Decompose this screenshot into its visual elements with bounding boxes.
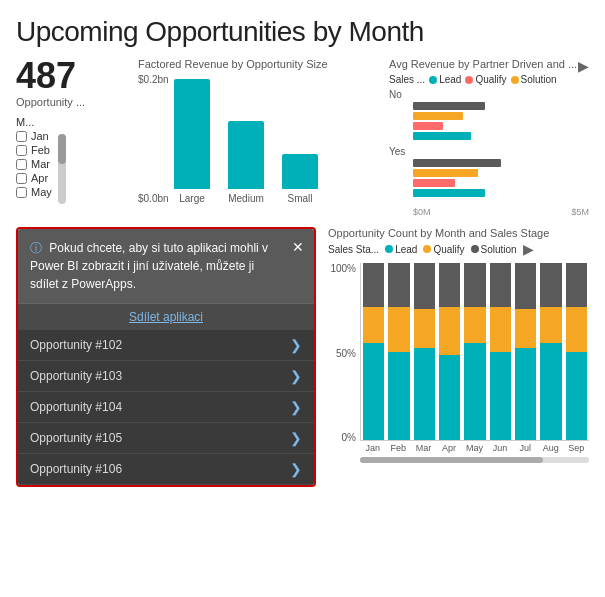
month-header-label: M... — [16, 116, 34, 128]
legend-qualify-dot — [465, 76, 473, 84]
month-scrollbar[interactable] — [58, 134, 66, 204]
month-jan-checkbox[interactable] — [16, 131, 27, 142]
avg-revenue-nav-arrow[interactable]: ▶ — [578, 58, 589, 74]
month-mar[interactable]: Mar — [16, 158, 52, 170]
stacked-scrollbar[interactable] — [360, 457, 589, 463]
stacked-legend-qualify: Qualify — [423, 244, 464, 255]
stacked-legend-sales-label: Sales Sta... — [328, 244, 379, 255]
popup-item-text-3: Opportunity #105 — [30, 431, 122, 445]
legend-solution: Solution — [511, 74, 557, 85]
y-50: 50% — [328, 348, 356, 359]
stacked-chart-card: Opportunity Count by Month and Sales Sta… — [328, 227, 589, 487]
stacked-bar-col-0 — [363, 263, 384, 440]
stacked-bar-seg-qualify-8 — [566, 307, 587, 351]
stacked-bar-seg-solution-5 — [490, 263, 511, 307]
popup-item-0[interactable]: Opportunity #102 ❯ — [18, 330, 314, 361]
stacked-bar-seg-solution-6 — [515, 263, 536, 309]
bar-small-bar — [282, 154, 318, 189]
page-title: Upcoming Opportunities by Month — [16, 16, 589, 48]
stacked-bar-seg-solution-8 — [566, 263, 587, 307]
month-may[interactable]: May — [16, 186, 52, 198]
stacked-bar-seg-qualify-2 — [414, 309, 435, 348]
stacked-x-label-6: Jul — [515, 443, 536, 453]
bar-chart-y-axis: $0.2bn $0.0bn — [138, 74, 169, 204]
stacked-x-labels: JanFebMarAprMayJunJulAugSep — [360, 441, 589, 453]
popup-card: ⓘ Pokud chcete, aby si tuto aplikaci moh… — [16, 227, 316, 487]
month-apr[interactable]: Apr — [16, 172, 52, 184]
stacked-bar-col-4 — [464, 263, 485, 440]
stacked-legend-lead-dot — [385, 245, 393, 253]
stacked-bar-seg-lead-8 — [566, 352, 587, 441]
stacked-chart-nav-arrow[interactable]: ▶ — [523, 241, 534, 257]
stacked-x-label-7: Aug — [540, 443, 561, 453]
month-may-checkbox[interactable] — [16, 187, 27, 198]
avg-revenue-title: Avg Revenue by Partner Driven and ... — [389, 58, 577, 70]
bar-small: Small — [282, 154, 318, 204]
month-checkboxes: Jan Feb Mar Apr — [16, 130, 52, 204]
popup-item-text-4: Opportunity #106 — [30, 462, 122, 476]
legend-lead-dot — [429, 76, 437, 84]
month-header: M... — [16, 116, 126, 128]
stacked-bar-seg-qualify-7 — [540, 307, 561, 342]
stacked-bar-seg-lead-1 — [388, 352, 409, 441]
popup-notice: ⓘ Pokud chcete, aby si tuto aplikaci moh… — [18, 229, 314, 303]
popup-close-icon[interactable]: ✕ — [292, 237, 304, 258]
hbar-no-orange — [413, 112, 463, 120]
legend-lead: Lead — [429, 74, 461, 85]
stacked-bar-seg-solution-4 — [464, 263, 485, 307]
hbar-group-no-label-row: No — [389, 89, 589, 100]
popup-item-text-0: Opportunity #102 — [30, 338, 122, 352]
hbar-no-bar3 — [389, 122, 589, 130]
hbar-no-bar2 — [389, 112, 589, 120]
stacked-chart-area: 100% 50% 0% JanFebMarAprMayJunJulAugSep — [328, 263, 589, 463]
bottom-row: ⓘ Pokud chcete, aby si tuto aplikaci moh… — [16, 227, 589, 487]
stacked-x-label-5: Jun — [489, 443, 510, 453]
hbar-yes-teal — [413, 189, 485, 197]
hbar-yes-bar1 — [389, 159, 589, 167]
month-apr-checkbox[interactable] — [16, 173, 27, 184]
hbar-chart: No — [389, 89, 589, 217]
stacked-bar-seg-lead-3 — [439, 355, 460, 440]
stacked-bar-seg-lead-0 — [363, 343, 384, 440]
hbar-yes-label-row: Yes — [389, 146, 589, 157]
popup-item-arrow-4: ❯ — [290, 461, 302, 477]
hbar-yes-red — [413, 179, 455, 187]
stacked-x-label-1: Feb — [387, 443, 408, 453]
stacked-bar-col-5 — [490, 263, 511, 440]
factored-revenue-bars: $0.2bn $0.0bn Large Medium Small — [138, 74, 377, 204]
popup-item-3[interactable]: Opportunity #105 ❯ — [18, 423, 314, 454]
popup-share-button[interactable]: Sdílet aplikaci — [18, 303, 314, 330]
stacked-bar-col-6 — [515, 263, 536, 440]
month-mar-checkbox[interactable] — [16, 159, 27, 170]
month-feb[interactable]: Feb — [16, 144, 52, 156]
stacked-bar-seg-solution-7 — [540, 263, 561, 307]
kpi-card: 487 Opportunity ... M... Jan Feb — [16, 58, 126, 204]
month-feb-label: Feb — [31, 144, 50, 156]
hbar-no-label: No — [389, 89, 411, 100]
bar-large-label: Large — [179, 193, 205, 204]
stacked-bar-seg-qualify-0 — [363, 307, 384, 342]
bar-large: Large — [174, 79, 210, 204]
legend-solution-label: Solution — [521, 74, 557, 85]
stacked-bar-seg-qualify-6 — [515, 309, 536, 348]
month-may-label: May — [31, 186, 52, 198]
month-feb-checkbox[interactable] — [16, 145, 27, 156]
month-jan[interactable]: Jan — [16, 130, 52, 142]
hbar-x-axis: $0M $5M — [389, 207, 589, 217]
bar-medium-bar — [228, 121, 264, 189]
popup-item-5[interactable]: Opportunity #107 ❯ — [18, 485, 314, 487]
popup-item-2[interactable]: Opportunity #104 ❯ — [18, 392, 314, 423]
popup-item-4[interactable]: Opportunity #106 ❯ — [18, 454, 314, 485]
stacked-bar-seg-qualify-4 — [464, 307, 485, 342]
popup-item-1[interactable]: Opportunity #103 ❯ — [18, 361, 314, 392]
stacked-chart-title: Opportunity Count by Month and Sales Sta… — [328, 227, 589, 239]
hbar-group-no: No — [389, 89, 589, 140]
legend-qualify-label: Qualify — [475, 74, 506, 85]
popup-notice-text: Pokud chcete, aby si tuto aplikaci mohli… — [30, 241, 268, 291]
legend-solution-dot — [511, 76, 519, 84]
stacked-legend-lead: Lead — [385, 244, 417, 255]
popup-item-arrow-2: ❯ — [290, 399, 302, 415]
stacked-bar-seg-solution-1 — [388, 263, 409, 307]
hbar-yes-orange — [413, 169, 478, 177]
hbar-no-bar4 — [389, 132, 589, 140]
